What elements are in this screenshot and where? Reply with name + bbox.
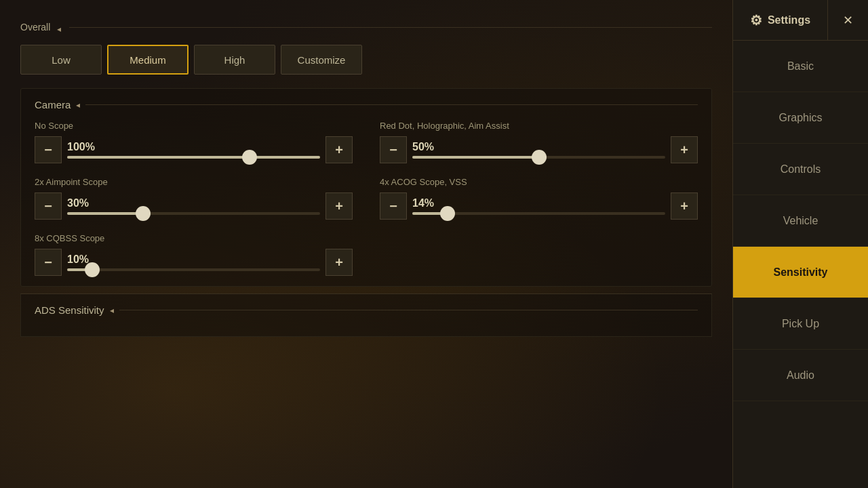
sidebar-settings-label: ⚙ Settings — [733, 12, 827, 28]
slider-fill-2x-aimpoint — [67, 212, 143, 215]
slider-label-4x-acog: 4x ACOG Scope, VSS — [380, 177, 698, 187]
quality-buttons: LowMediumHighCustomize — [20, 45, 712, 75]
slider-value-2x-aimpoint: 30% — [67, 197, 320, 209]
slider-group-no-scope: No Scope−100%+ — [35, 121, 353, 163]
slider-value-8x-cqbss: 10% — [67, 253, 320, 266]
overall-section-header: Overall ◂ — [20, 14, 712, 38]
slider-plus-red-dot[interactable]: + — [671, 136, 698, 163]
slider-track-no-scope[interactable] — [67, 156, 320, 159]
slider-track-wrap-red-dot: 50% — [412, 141, 665, 159]
camera-panel: Camera ◂ No Scope−100%+Red Dot, Holograp… — [20, 88, 712, 287]
slider-track-4x-acog[interactable] — [412, 212, 665, 215]
slider-label-8x-cqbss: 8x CQBSS Scope — [35, 233, 353, 243]
section-line — [69, 27, 712, 28]
sidebar-item-sensitivity[interactable]: Sensitivity — [733, 247, 868, 298]
slider-group-4x-acog: 4x ACOG Scope, VSS−14%+ — [380, 177, 698, 220]
slider-row-2x-aimpoint: −30%+ — [35, 192, 353, 220]
slider-track-red-dot[interactable] — [412, 156, 665, 159]
sidebar-item-controls[interactable]: Controls — [733, 144, 868, 195]
quality-btn-low[interactable]: Low — [20, 45, 102, 75]
slider-row-4x-acog: −14%+ — [380, 192, 698, 220]
camera-line — [85, 104, 698, 105]
sidebar-item-basic[interactable]: Basic — [733, 41, 868, 92]
slider-minus-no-scope[interactable]: − — [35, 136, 62, 163]
slider-track-wrap-8x-cqbss: 10% — [67, 253, 320, 271]
slider-row-red-dot: −50%+ — [380, 136, 698, 163]
slider-minus-4x-acog[interactable]: − — [380, 192, 407, 220]
camera-dot: ◂ — [76, 100, 80, 110]
slider-track-wrap-2x-aimpoint: 30% — [67, 197, 320, 215]
slider-plus-4x-acog[interactable]: + — [671, 192, 698, 220]
slider-thumb-no-scope[interactable] — [242, 150, 257, 165]
sidebar-nav: BasicGraphicsControlsVehicleSensitivityP… — [733, 41, 868, 488]
overall-label: Overall — [20, 22, 50, 33]
slider-value-no-scope: 100% — [67, 141, 320, 153]
slider-plus-8x-cqbss[interactable]: + — [326, 249, 353, 276]
sidebar-item-pickup[interactable]: Pick Up — [733, 298, 868, 350]
ads-dot: ◂ — [110, 306, 114, 315]
sliders-grid: No Scope−100%+Red Dot, Holographic, Aim … — [35, 121, 698, 276]
sidebar: ⚙ Settings ✕ BasicGraphicsControlsVehicl… — [732, 0, 868, 488]
slider-group-8x-cqbss: 8x CQBSS Scope−10%+ — [35, 233, 353, 276]
sidebar-item-vehicle[interactable]: Vehicle — [733, 195, 868, 247]
slider-minus-8x-cqbss[interactable]: − — [35, 249, 62, 276]
slider-plus-2x-aimpoint[interactable]: + — [326, 192, 353, 220]
sidebar-item-audio[interactable]: Audio — [733, 350, 868, 401]
ads-label: ADS Sensitivity — [35, 304, 104, 316]
slider-label-2x-aimpoint: 2x Aimpoint Scope — [35, 177, 353, 187]
slider-thumb-4x-acog[interactable] — [440, 206, 455, 221]
slider-track-8x-cqbss[interactable] — [67, 268, 320, 271]
camera-label: Camera — [35, 99, 71, 110]
ads-line — [119, 310, 698, 310]
slider-plus-no-scope[interactable]: + — [326, 136, 353, 163]
quality-btn-customize[interactable]: Customize — [281, 45, 362, 75]
slider-thumb-red-dot[interactable] — [532, 150, 547, 165]
quality-btn-high[interactable]: High — [194, 45, 275, 75]
main-content: Overall ◂ LowMediumHighCustomize Camera … — [0, 0, 732, 488]
slider-track-wrap-4x-acog: 14% — [412, 197, 665, 215]
slider-thumb-2x-aimpoint[interactable] — [136, 206, 151, 221]
section-dot: ◂ — [57, 24, 62, 30]
slider-fill-no-scope — [67, 156, 320, 159]
sidebar-header: ⚙ Settings ✕ — [733, 0, 868, 41]
settings-title: Settings — [768, 14, 810, 26]
slider-group-red-dot: Red Dot, Holographic, Aim Assist−50%+ — [380, 121, 698, 163]
slider-track-2x-aimpoint[interactable] — [67, 212, 320, 215]
slider-group-2x-aimpoint: 2x Aimpoint Scope−30%+ — [35, 177, 353, 220]
slider-row-8x-cqbss: −10%+ — [35, 249, 353, 276]
camera-header: Camera ◂ — [35, 99, 698, 110]
ads-section: ADS Sensitivity ◂ — [20, 293, 712, 337]
gear-icon: ⚙ — [750, 12, 762, 28]
ads-header: ADS Sensitivity ◂ — [35, 304, 698, 316]
slider-fill-red-dot — [412, 156, 539, 159]
slider-label-no-scope: No Scope — [35, 121, 353, 131]
slider-thumb-8x-cqbss[interactable] — [85, 262, 100, 277]
close-button[interactable]: ✕ — [827, 0, 868, 41]
quality-btn-medium[interactable]: Medium — [107, 45, 189, 75]
sidebar-item-graphics[interactable]: Graphics — [733, 92, 868, 144]
close-icon: ✕ — [843, 13, 853, 28]
slider-track-wrap-no-scope: 100% — [67, 141, 320, 159]
slider-row-no-scope: −100%+ — [35, 136, 353, 163]
slider-label-red-dot: Red Dot, Holographic, Aim Assist — [380, 121, 698, 131]
slider-minus-red-dot[interactable]: − — [380, 136, 407, 163]
slider-minus-2x-aimpoint[interactable]: − — [35, 192, 62, 220]
